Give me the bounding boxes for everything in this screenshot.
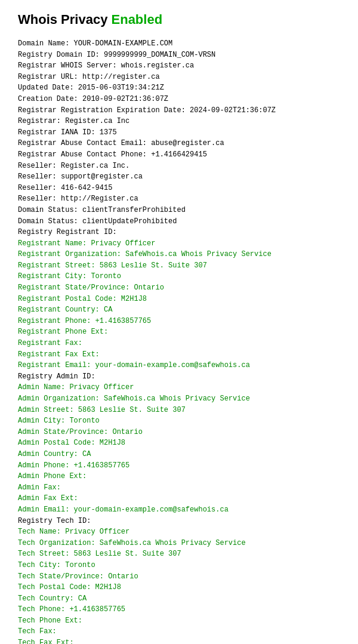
whois-line: Admin Email: your-domain-example.com@saf… [18, 504, 340, 516]
whois-line: Registrar Abuse Contact Phone: +1.416642… [18, 149, 340, 161]
page-title: Whois Privacy Enabled [18, 12, 340, 27]
whois-line: Registrant Country: CA [18, 304, 340, 316]
whois-line: Tech Organization: SafeWhois.ca Whois Pr… [18, 538, 340, 549]
whois-line: Registrar: Register.ca Inc [18, 116, 340, 127]
whois-line: Admin Postal Code: M2H1J8 [18, 437, 340, 449]
whois-line: Domain Name: YOUR-DOMAIN-EXAMPLE.COM [18, 38, 340, 50]
whois-line: Domain Status: clientUpdateProhibited [18, 216, 340, 227]
whois-line: Creation Date: 2010-09-02T21:36:07Z [18, 94, 340, 105]
whois-line: Registrar WHOIS Server: whois.register.c… [18, 60, 340, 72]
whois-line: Admin Country: CA [18, 449, 340, 460]
whois-line: Registrar Abuse Contact Email: abuse@reg… [18, 138, 340, 149]
whois-line: Tech Country: CA [18, 593, 340, 605]
whois-line: Tech Phone Ext: [18, 615, 340, 627]
whois-line: Reseller: http://Register.ca [18, 193, 340, 205]
whois-line: Registrar URL: http://register.ca [18, 72, 340, 83]
whois-line: Registry Admin ID: [18, 371, 340, 383]
whois-line: Admin Name: Privacy Officer [18, 382, 340, 393]
whois-line: Tech City: Toronto [18, 560, 340, 571]
whois-line: Registrant State/Province: Ontario [18, 282, 340, 294]
whois-line: Domain Status: clientTransferProhibited [18, 205, 340, 216]
whois-line: Admin Phone: +1.4163857765 [18, 460, 340, 472]
whois-line: Registry Tech ID: [18, 516, 340, 527]
whois-line: Tech State/Province: Ontario [18, 571, 340, 583]
whois-line: Registry Domain ID: 9999999999_DOMAIN_CO… [18, 50, 340, 61]
whois-line: Registrar Registration Expiration Date: … [18, 105, 340, 116]
whois-line: Reseller: 416-642-9415 [18, 183, 340, 194]
enabled-badge: Enabled [112, 12, 163, 27]
whois-line: Registrant Street: 5863 Leslie St. Suite… [18, 260, 340, 272]
whois-line: Registrant Email: your-domain-example.co… [18, 360, 340, 371]
whois-line: Registrant Name: Privacy Officer [18, 238, 340, 249]
whois-line: Admin Fax: [18, 482, 340, 494]
whois-line: Updated Date: 2015-06-03T19:34:21Z [18, 82, 340, 94]
whois-line: Admin City: Toronto [18, 415, 340, 427]
whois-line: Registrant Fax Ext: [18, 349, 340, 360]
whois-line: Admin Phone Ext: [18, 471, 340, 482]
whois-line: Registrant City: Toronto [18, 271, 340, 282]
whois-line: Registrant Fax: [18, 338, 340, 349]
whois-line: Registrant Postal Code: M2H1J8 [18, 294, 340, 305]
whois-content: Domain Name: YOUR-DOMAIN-EXAMPLE.COMRegi… [18, 38, 340, 644]
whois-line: Admin Organization: SafeWhois.ca Whois P… [18, 393, 340, 405]
whois-line: Registrant Organization: SafeWhois.ca Wh… [18, 249, 340, 260]
whois-line: Admin State/Province: Ontario [18, 427, 340, 438]
whois-line: Tech Fax: [18, 626, 340, 637]
whois-line: Registrant Phone: +1.4163857765 [18, 316, 340, 327]
whois-line: Tech Postal Code: M2H1J8 [18, 582, 340, 593]
whois-line: Registrar IANA ID: 1375 [18, 127, 340, 138]
whois-line: Tech Street: 5863 Leslie St. Suite 307 [18, 549, 340, 560]
whois-line: Tech Phone: +1.4163857765 [18, 604, 340, 615]
whois-line: Admin Street: 5863 Leslie St. Suite 307 [18, 405, 340, 416]
whois-line: Registrant Phone Ext: [18, 326, 340, 338]
whois-line: Reseller: Register.ca Inc. [18, 161, 340, 172]
whois-line: Tech Name: Privacy Officer [18, 526, 340, 538]
whois-line: Registry Registrant ID: [18, 227, 340, 238]
whois-line: Reseller: support@register.ca [18, 171, 340, 183]
whois-line: Tech Fax Ext: [18, 637, 340, 644]
whois-line: Admin Fax Ext: [18, 493, 340, 504]
